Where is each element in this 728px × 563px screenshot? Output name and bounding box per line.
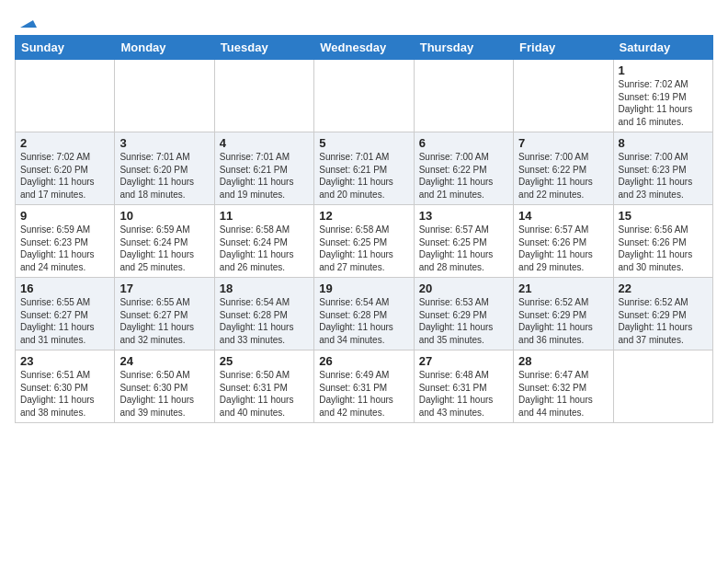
day-number: 18	[220, 282, 309, 295]
calendar-cell	[414, 60, 513, 132]
logo	[15, 15, 37, 28]
day-number: 2	[20, 136, 109, 150]
calendar-cell: 13Sunrise: 6:57 AM Sunset: 6:25 PM Dayli…	[414, 205, 513, 278]
day-number: 6	[419, 136, 508, 150]
calendar-table: SundayMondayTuesdayWednesdayThursdayFrid…	[15, 35, 713, 423]
calendar-cell: 15Sunrise: 6:56 AM Sunset: 6:26 PM Dayli…	[613, 205, 712, 278]
calendar-cell: 25Sunrise: 6:50 AM Sunset: 6:31 PM Dayli…	[214, 350, 313, 423]
day-info: Sunrise: 6:50 AM Sunset: 6:31 PM Dayligh…	[220, 369, 309, 419]
day-number: 10	[119, 209, 209, 223]
calendar-cell: 22Sunrise: 6:52 AM Sunset: 6:29 PM Dayli…	[613, 278, 712, 350]
day-number: 21	[518, 282, 608, 295]
day-info: Sunrise: 6:54 AM Sunset: 6:28 PM Dayligh…	[220, 296, 309, 346]
weekday-header-row: SundayMondayTuesdayWednesdayThursdayFrid…	[16, 36, 713, 60]
svg-marker-0	[20, 20, 37, 28]
calendar-cell: 18Sunrise: 6:54 AM Sunset: 6:28 PM Dayli…	[214, 278, 313, 350]
day-info: Sunrise: 7:00 AM Sunset: 6:23 PM Dayligh…	[619, 151, 708, 201]
calendar-week-row: 1Sunrise: 7:02 AM Sunset: 6:19 PM Daylig…	[16, 60, 713, 132]
day-info: Sunrise: 6:56 AM Sunset: 6:26 PM Dayligh…	[619, 224, 708, 273]
weekday-header: Thursday	[414, 36, 513, 60]
day-number: 12	[319, 209, 408, 223]
calendar-cell: 8Sunrise: 7:00 AM Sunset: 6:23 PM Daylig…	[613, 132, 712, 205]
calendar-cell: 4Sunrise: 7:01 AM Sunset: 6:21 PM Daylig…	[214, 132, 313, 205]
day-info: Sunrise: 6:57 AM Sunset: 6:26 PM Dayligh…	[518, 224, 608, 273]
day-info: Sunrise: 6:55 AM Sunset: 6:27 PM Dayligh…	[119, 296, 209, 346]
weekday-header: Saturday	[613, 36, 712, 60]
day-info: Sunrise: 6:50 AM Sunset: 6:30 PM Dayligh…	[119, 369, 209, 419]
day-number: 3	[119, 136, 209, 150]
calendar-cell	[214, 60, 313, 132]
calendar-cell: 21Sunrise: 6:52 AM Sunset: 6:29 PM Dayli…	[514, 278, 613, 350]
logo-icon	[17, 11, 37, 31]
calendar-cell: 26Sunrise: 6:49 AM Sunset: 6:31 PM Dayli…	[314, 350, 414, 423]
calendar-cell: 20Sunrise: 6:53 AM Sunset: 6:29 PM Dayli…	[414, 278, 513, 350]
calendar-cell: 23Sunrise: 6:51 AM Sunset: 6:30 PM Dayli…	[16, 350, 115, 423]
calendar-cell: 5Sunrise: 7:01 AM Sunset: 6:21 PM Daylig…	[314, 132, 414, 205]
day-number: 14	[518, 209, 608, 223]
day-number: 26	[319, 354, 408, 368]
calendar-cell: 7Sunrise: 7:00 AM Sunset: 6:22 PM Daylig…	[514, 132, 613, 205]
weekday-header: Sunday	[16, 36, 115, 60]
weekday-header: Friday	[514, 36, 613, 60]
day-number: 24	[119, 354, 209, 368]
day-number: 25	[220, 354, 309, 368]
calendar-cell: 10Sunrise: 6:59 AM Sunset: 6:24 PM Dayli…	[115, 205, 214, 278]
calendar-cell	[314, 60, 414, 132]
day-number: 7	[518, 136, 608, 150]
calendar-cell	[514, 60, 613, 132]
calendar-cell: 28Sunrise: 6:47 AM Sunset: 6:32 PM Dayli…	[514, 350, 613, 423]
day-number: 17	[119, 282, 209, 295]
day-info: Sunrise: 6:48 AM Sunset: 6:31 PM Dayligh…	[419, 369, 508, 419]
day-info: Sunrise: 6:55 AM Sunset: 6:27 PM Dayligh…	[20, 296, 109, 346]
day-info: Sunrise: 7:01 AM Sunset: 6:21 PM Dayligh…	[319, 151, 408, 201]
day-number: 15	[619, 209, 708, 223]
day-info: Sunrise: 6:52 AM Sunset: 6:29 PM Dayligh…	[518, 296, 608, 346]
calendar-cell: 2Sunrise: 7:02 AM Sunset: 6:20 PM Daylig…	[16, 132, 115, 205]
day-info: Sunrise: 6:59 AM Sunset: 6:24 PM Dayligh…	[119, 224, 209, 273]
day-info: Sunrise: 6:59 AM Sunset: 6:23 PM Dayligh…	[20, 224, 109, 273]
day-number: 22	[619, 282, 708, 295]
weekday-header: Monday	[115, 36, 214, 60]
calendar-cell	[613, 350, 712, 423]
day-number: 9	[20, 209, 109, 223]
day-number: 1	[619, 63, 708, 77]
day-number: 20	[419, 282, 508, 295]
calendar-cell: 27Sunrise: 6:48 AM Sunset: 6:31 PM Dayli…	[414, 350, 513, 423]
day-info: Sunrise: 6:57 AM Sunset: 6:25 PM Dayligh…	[419, 224, 508, 273]
day-info: Sunrise: 7:01 AM Sunset: 6:20 PM Dayligh…	[119, 151, 209, 201]
calendar-cell: 9Sunrise: 6:59 AM Sunset: 6:23 PM Daylig…	[16, 205, 115, 278]
day-info: Sunrise: 6:51 AM Sunset: 6:30 PM Dayligh…	[20, 369, 109, 419]
page-header	[15, 15, 713, 28]
day-info: Sunrise: 6:52 AM Sunset: 6:29 PM Dayligh…	[619, 296, 708, 346]
day-info: Sunrise: 6:58 AM Sunset: 6:25 PM Dayligh…	[319, 224, 408, 273]
day-number: 4	[220, 136, 309, 150]
day-number: 28	[518, 354, 608, 368]
calendar-cell: 1Sunrise: 7:02 AM Sunset: 6:19 PM Daylig…	[613, 60, 712, 132]
calendar-cell: 6Sunrise: 7:00 AM Sunset: 6:22 PM Daylig…	[414, 132, 513, 205]
day-info: Sunrise: 7:00 AM Sunset: 6:22 PM Dayligh…	[419, 151, 508, 201]
calendar-cell: 19Sunrise: 6:54 AM Sunset: 6:28 PM Dayli…	[314, 278, 414, 350]
day-info: Sunrise: 7:01 AM Sunset: 6:21 PM Dayligh…	[220, 151, 309, 201]
day-info: Sunrise: 6:53 AM Sunset: 6:29 PM Dayligh…	[419, 296, 508, 346]
calendar-cell: 16Sunrise: 6:55 AM Sunset: 6:27 PM Dayli…	[16, 278, 115, 350]
day-info: Sunrise: 7:02 AM Sunset: 6:19 PM Dayligh…	[619, 78, 708, 128]
calendar-cell: 14Sunrise: 6:57 AM Sunset: 6:26 PM Dayli…	[514, 205, 613, 278]
day-number: 27	[419, 354, 508, 368]
day-info: Sunrise: 6:58 AM Sunset: 6:24 PM Dayligh…	[220, 224, 309, 273]
day-info: Sunrise: 7:02 AM Sunset: 6:20 PM Dayligh…	[20, 151, 109, 201]
calendar-cell: 3Sunrise: 7:01 AM Sunset: 6:20 PM Daylig…	[115, 132, 214, 205]
day-number: 16	[20, 282, 109, 295]
calendar-week-row: 16Sunrise: 6:55 AM Sunset: 6:27 PM Dayli…	[16, 278, 713, 350]
calendar-week-row: 2Sunrise: 7:02 AM Sunset: 6:20 PM Daylig…	[16, 132, 713, 205]
day-number: 8	[619, 136, 708, 150]
day-info: Sunrise: 6:54 AM Sunset: 6:28 PM Dayligh…	[319, 296, 408, 346]
day-number: 13	[419, 209, 508, 223]
day-info: Sunrise: 6:47 AM Sunset: 6:32 PM Dayligh…	[518, 369, 608, 419]
calendar-cell: 24Sunrise: 6:50 AM Sunset: 6:30 PM Dayli…	[115, 350, 214, 423]
day-number: 11	[220, 209, 309, 223]
weekday-header: Tuesday	[214, 36, 313, 60]
calendar-week-row: 9Sunrise: 6:59 AM Sunset: 6:23 PM Daylig…	[16, 205, 713, 278]
calendar-cell: 11Sunrise: 6:58 AM Sunset: 6:24 PM Dayli…	[214, 205, 313, 278]
calendar-week-row: 23Sunrise: 6:51 AM Sunset: 6:30 PM Dayli…	[16, 350, 713, 423]
day-number: 23	[20, 354, 109, 368]
